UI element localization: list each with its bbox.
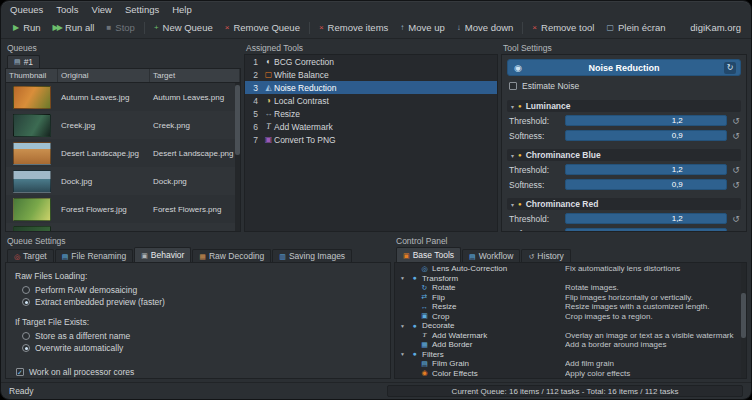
reset-icon[interactable]: ↺ (731, 214, 741, 224)
tool-reset-icon[interactable]: ↻ (724, 62, 736, 74)
group-name: Filters (422, 350, 444, 359)
assigned-tool-add-watermark[interactable]: 6 T Add Watermark (245, 120, 497, 133)
chrominance-blue-softness-slider[interactable]: 0,9 (565, 179, 727, 190)
menu-help[interactable]: Help (172, 4, 192, 15)
chrominance-blue-section-header[interactable]: ▾ ● Chrominance Blue (507, 149, 741, 161)
menu-settings[interactable]: Settings (125, 4, 159, 15)
tool-row-rotate[interactable]: ↻ Rotate Rotate images. (395, 283, 746, 293)
remove-queue-button[interactable]: × Remove Queue (219, 20, 306, 35)
queue-row-creek[interactable]: Creek.jpg Creek.png (6, 111, 240, 139)
queue-tab-1[interactable]: ▤ #1 (7, 55, 40, 68)
tool-row-add-watermark[interactable]: T Add Watermark Overlay an image or text… (395, 331, 746, 341)
tab-saving-images[interactable]: ▥ Saving Images (272, 249, 352, 262)
chrominance-red-section-header[interactable]: ▾ ● Chrominance Red (507, 198, 741, 210)
remove-tool-label: Remove tool (541, 22, 594, 33)
run-button[interactable]: ▶ Run (7, 20, 47, 35)
tool-row-crop[interactable]: ▣ Crop Crop images to a region. (395, 312, 746, 322)
assigned-tool-noise-reduction[interactable]: 3 ◭ Noise Reduction (245, 81, 497, 94)
queue-row-dock[interactable]: Dock.jpg Dock.png (6, 167, 240, 195)
col-original[interactable]: Original (58, 69, 150, 82)
tool-row-add-border[interactable]: ▦ Add Border Add a border around images (395, 340, 746, 350)
assigned-tool-convert-to-png[interactable]: 7 ▣ Convert To PNG (245, 133, 497, 146)
scrollbar-thumb[interactable] (741, 293, 746, 338)
group-row-transform[interactable]: ▼ ● Transform (395, 274, 746, 284)
col-target[interactable]: Target (150, 69, 240, 82)
luminance-softness-slider[interactable]: 0,9 (565, 130, 727, 141)
option-overwrite-automatically[interactable]: Overwrite automatically (15, 342, 381, 354)
expander-icon[interactable]: ▼ (400, 351, 407, 357)
tab-workflow[interactable]: ▤ Workflow (462, 249, 520, 262)
tab-file-renaming[interactable]: ▤ File Renaming (55, 249, 133, 262)
reset-icon[interactable]: ↺ (731, 229, 741, 233)
tab-label: Raw Decoding (209, 251, 264, 261)
tab-label: Behavior (151, 250, 185, 260)
radio-button[interactable] (22, 298, 30, 306)
softness-label: Softness: (509, 180, 561, 190)
stop-button[interactable]: ■ Stop (100, 20, 140, 35)
tab-base-tools[interactable]: ▣ Base Tools (396, 247, 461, 262)
move-down-button[interactable]: ↓ Move down (451, 20, 520, 35)
radio-button[interactable] (22, 344, 30, 352)
expander-icon[interactable]: ▼ (400, 275, 407, 281)
tab-target[interactable]: ◎ Target (7, 249, 54, 262)
group-row-filters[interactable]: ▼ ● Filters (395, 350, 746, 360)
scrollbar-thumb[interactable] (235, 85, 240, 155)
col-thumbnail[interactable]: Thumbnail (6, 69, 58, 82)
reset-icon[interactable]: ↺ (731, 165, 741, 175)
estimate-noise-checkbox[interactable] (509, 82, 517, 90)
tool-row-color-effects[interactable]: ◉ Color Effects Apply color effects (395, 369, 746, 379)
queue-row-forest-flowers[interactable]: Forest Flowers.jpg Forest Flowers.png (6, 195, 240, 223)
tool-row-film-grain[interactable]: ▤ Film Grain Add film grain (395, 359, 746, 369)
option-work-all-cores[interactable]: ✓ Work on all processor cores (15, 366, 381, 378)
run-all-icon: ▶▶ (53, 24, 61, 32)
queue-row-autumn-leaves[interactable]: Autumn Leaves.jpg Autumn Leaves.png (6, 83, 240, 111)
radio-button[interactable] (22, 286, 30, 294)
run-all-button[interactable]: ▶▶ Run all (47, 20, 101, 35)
option-label: Perform RAW demosaicing (35, 285, 137, 295)
tool-row-lens-auto-correction[interactable]: ◎ Lens Auto-Correction Fix automatically… (395, 264, 746, 274)
queue-row-desert-landscape[interactable]: Desert Landscape.jpg Desert Landscape.pn… (6, 139, 240, 167)
group-row-decorate[interactable]: ▼ ● Decorate (395, 321, 746, 331)
queue-row-forest[interactable]: Forest.jpg Forest.png (6, 223, 240, 231)
digikam-batch-queue-manager-window: Queues Tools View Settings Help ▶ Run ▶▶… (0, 0, 752, 400)
menu-queues[interactable]: Queues (10, 4, 43, 15)
chrominance-red-threshold-slider[interactable]: 1,2 (565, 213, 727, 224)
reset-icon[interactable]: ↺ (731, 131, 741, 141)
option-extract-embedded-preview[interactable]: Extract embedded preview (faster) (15, 296, 381, 308)
tool-label: White Balance (274, 70, 329, 80)
luminance-section-header[interactable]: ▾ ● Luminance (507, 100, 741, 112)
control-panel-scrollbar[interactable] (741, 263, 746, 378)
remove-tool-button[interactable]: × Remove tool (526, 20, 600, 35)
queues-scrollbar[interactable] (235, 83, 240, 231)
menu-view[interactable]: View (91, 4, 111, 15)
assigned-tool-resize[interactable]: 5 ↔ Resize (245, 107, 497, 120)
chrominance-blue-threshold-slider[interactable]: 1,2 (565, 164, 727, 175)
assigned-tool-bcg-correction[interactable]: 1 ◐ BCG Correction (245, 55, 497, 68)
reset-icon[interactable]: ↺ (731, 180, 741, 190)
menu-tools[interactable]: Tools (56, 4, 78, 15)
tool-row-flip[interactable]: ⇄ Flip Flip images horizontally or verti… (395, 293, 746, 303)
cores-checkbox[interactable]: ✓ (16, 368, 24, 376)
radio-button[interactable] (22, 332, 30, 340)
menubar: Queues Tools View Settings Help (1, 1, 751, 17)
luminance-threshold-slider[interactable]: 1,2 (565, 115, 727, 126)
remove-items-button[interactable]: × Remove items (313, 20, 394, 35)
reset-icon[interactable]: ↺ (731, 116, 741, 126)
remove-tool-icon: × (532, 24, 537, 32)
add-watermark-icon: T (263, 123, 274, 131)
new-queue-button[interactable]: + New Queue (148, 20, 219, 35)
tab-history[interactable]: ↺ History (521, 249, 570, 262)
fullscreen-button[interactable]: ▢ Plein écran (600, 20, 671, 35)
assigned-tool-white-balance[interactable]: 2 ▢ White Balance (245, 68, 497, 81)
tab-raw-decoding[interactable]: ▦ Raw Decoding (192, 249, 271, 262)
option-store-different-name[interactable]: Store as a different name (15, 330, 381, 342)
chrominance-red-softness-slider[interactable]: 0,9 (565, 228, 727, 232)
move-up-button[interactable]: ↑ Move up (394, 20, 450, 35)
assigned-tool-local-contrast[interactable]: 4 ◑ Local Contrast (245, 94, 497, 107)
if-target-file-exists-label: If Target File Exists: (15, 317, 381, 327)
control-panel-title: Control Panel (394, 235, 747, 247)
expander-icon[interactable]: ▼ (400, 323, 407, 329)
tool-row-resize[interactable]: ↔ Resize Resize images with a customized… (395, 302, 746, 312)
option-perform-raw-demosaicing[interactable]: Perform RAW demosaicing (15, 284, 381, 296)
tab-behavior[interactable]: ▣ Behavior (134, 247, 191, 262)
